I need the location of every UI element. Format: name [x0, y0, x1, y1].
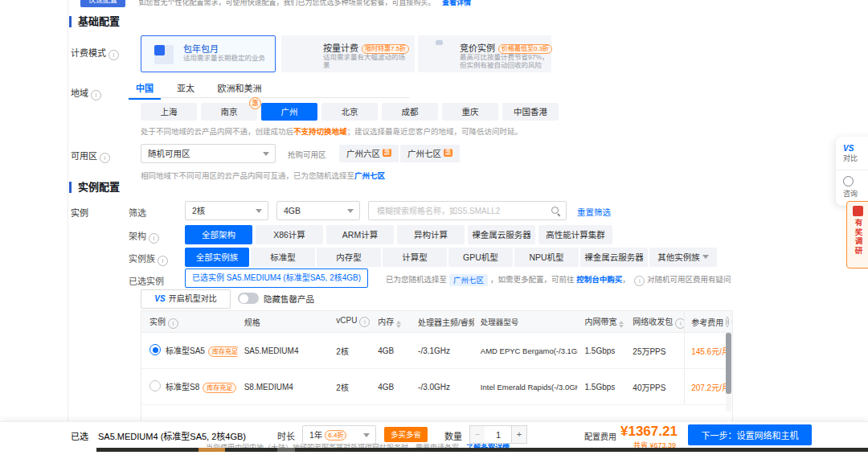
- banner-link[interactable]: 查看详情: [442, 0, 471, 6]
- family-chip-standard[interactable]: 标准型: [251, 248, 315, 267]
- region-chip-chongqing[interactable]: 重庆: [442, 103, 498, 121]
- table-row[interactable]: 标准型S8库存充足 S8.MEDIUM4 2核 4GB -/3.0GHz Int…: [141, 369, 732, 405]
- zone-note-link[interactable]: 广州七区: [354, 171, 385, 180]
- cpu-dropdown[interactable]: 2核: [185, 201, 268, 220]
- row-radio[interactable]: [149, 344, 161, 355]
- col-header-vcpu[interactable]: vCPUi: [330, 316, 371, 327]
- col-header-label: 处理器主频/睿频: [418, 318, 474, 327]
- info-icon[interactable]: i: [100, 153, 110, 163]
- region-chip-nanjing[interactable]: 南京 惠: [201, 103, 257, 121]
- cpu-dropdown-value: 2核: [192, 206, 205, 215]
- col-header-label: 内网带宽: [584, 318, 616, 326]
- family-chip-memory[interactable]: 内存型: [317, 248, 381, 267]
- billing-card-desc: 最高可比按量计费节省97%，但实例有被自动回收的风险: [460, 53, 555, 69]
- compare-models-button[interactable]: VS开启机型对比: [141, 289, 231, 309]
- quantity-input[interactable]: [485, 425, 512, 444]
- stock-badge: 库存充足: [203, 383, 236, 393]
- col-header-frequency[interactable]: 处理器主频/睿频: [411, 316, 474, 328]
- billing-card-spot[interactable]: 竞价实例价格最低至0.3折 最高可比按量计费节省97%，但实例有被自动回收的风险: [418, 35, 551, 72]
- info-icon[interactable]: i: [149, 233, 159, 244]
- col-header-bandwidth[interactable]: 内网带宽: [578, 315, 626, 328]
- arch-chip-hetero[interactable]: 异构计算: [397, 225, 465, 244]
- col-header-instance[interactable]: 实例i: [141, 315, 238, 329]
- info-icon[interactable]: i: [675, 318, 684, 329]
- search-icon[interactable]: [551, 206, 560, 215]
- console-purchase-link[interactable]: 控制台中购买: [576, 275, 622, 284]
- region-chip-guangzhou[interactable]: 广州: [261, 103, 317, 121]
- zone-fee-question[interactable]: 对随机可用区费用有疑问: [647, 275, 731, 284]
- arch-chip-x86[interactable]: X86计算: [256, 225, 323, 244]
- billing-card-desc: 适用需求量长期稳定的业务: [183, 54, 272, 62]
- cell-spec: SA5.MEDIUM4: [238, 346, 330, 355]
- spec-search-input[interactable]: [375, 203, 550, 220]
- region-chip-beijing[interactable]: 北京: [321, 103, 378, 121]
- region-tab-eu-na[interactable]: 欧洲和美洲: [211, 83, 268, 98]
- col-header-spec[interactable]: 规格: [238, 316, 330, 328]
- col-header-pps[interactable]: 网络收发包i: [626, 315, 684, 329]
- sort-icon[interactable]: [731, 318, 732, 326]
- col-header-price[interactable]: 参考费用i: [684, 311, 732, 332]
- zone-dropdown[interactable]: 随机可用区: [141, 144, 276, 163]
- info-icon[interactable]: i: [91, 90, 101, 100]
- region-chip-chengdu[interactable]: 成都: [382, 103, 438, 121]
- info-icon[interactable]: i: [168, 318, 178, 329]
- arch-chip-baremetal[interactable]: 裸金属云服务器: [468, 225, 535, 244]
- arch-chip-arm[interactable]: ARM计算: [326, 225, 394, 244]
- spec-search-box[interactable]: [368, 201, 567, 220]
- family-chip-all[interactable]: 全部实例族: [185, 248, 249, 267]
- memory-dropdown-value: 4GB: [284, 206, 301, 215]
- cell-price: 207.2元/月: [684, 369, 732, 404]
- progress-segment-gray: [277, 448, 295, 452]
- quantity-plus-button[interactable]: +: [511, 425, 527, 444]
- scrollbar-thumb[interactable]: [726, 333, 731, 394]
- info-icon[interactable]: i: [359, 317, 370, 327]
- instance-table: 实例i 规格 vCPUi 内存 处理器主频/睿频 处理器型号 内网带宽 网络收发…: [141, 310, 733, 423]
- sort-icon[interactable]: [396, 321, 401, 328]
- col-header-cpu-model[interactable]: 处理器型号: [474, 316, 579, 327]
- family-chip-npu[interactable]: NPU机型: [514, 248, 579, 267]
- survey-float-banner[interactable]: 有奖调研: [846, 201, 868, 268]
- billing-card-postpaid[interactable]: 按量计费限时特惠7.5折 适用需求量有大幅波动的场景: [281, 35, 415, 72]
- family-chip-baremetal[interactable]: 裸金属云服务器: [580, 248, 648, 267]
- content-left-border: [68, 0, 68, 438]
- quick-config-button[interactable]: 快速配置: [80, 0, 125, 7]
- reset-filter-link[interactable]: 重置筛选: [577, 206, 611, 218]
- selected-zone-chip[interactable]: 广州七区: [449, 274, 488, 286]
- hide-soldout-toggle[interactable]: [238, 293, 259, 304]
- region-tab-apac[interactable]: 亚太: [172, 83, 199, 98]
- next-step-button[interactable]: 下一步：设置网络和主机: [688, 424, 812, 445]
- col-header-label: 网络收发包: [633, 318, 673, 326]
- info-icon[interactable]: i: [108, 50, 119, 60]
- billing-card-prepaid[interactable]: 包年包月 适用需求量长期稳定的业务: [141, 35, 276, 72]
- memory-dropdown[interactable]: 4GB: [276, 201, 360, 220]
- info-icon[interactable]: i: [634, 276, 645, 286]
- selected-instance-box[interactable]: 已选实例 SA5.MEDIUM4 (标准型SA5, 2核4GB): [185, 268, 368, 288]
- chevron-down-icon: [263, 152, 269, 156]
- table-scrollbar[interactable]: [726, 333, 731, 412]
- region-chip-label: 南京: [221, 107, 238, 117]
- zone-chip-guangzhou6[interactable]: 广州六区惠: [339, 145, 399, 162]
- table-row[interactable]: 标准型SA5库存充足 SA5.MEDIUM4 2核 4GB -/3.1GHz A…: [141, 333, 732, 369]
- family-chip-compute[interactable]: 计算型: [383, 248, 447, 267]
- family-chip-other[interactable]: 其他实例族: [649, 248, 717, 267]
- info-icon[interactable]: i: [726, 317, 729, 327]
- arch-chip-all[interactable]: 全部架构: [185, 225, 252, 244]
- side-consult-item[interactable]: 咨询: [836, 170, 868, 199]
- vs-icon: VS: [154, 294, 165, 303]
- headset-icon: [843, 176, 854, 187]
- family-chip-label: 其他实例族: [657, 252, 700, 262]
- zone-chip-guangzhou7[interactable]: 广州七区惠: [400, 145, 460, 162]
- buy-more-save-tag[interactable]: 多买多省: [384, 427, 428, 442]
- col-header-memory[interactable]: 内存: [371, 315, 411, 328]
- region-chip-hongkong[interactable]: 中国香港: [502, 103, 559, 121]
- row-radio[interactable]: [149, 380, 161, 391]
- side-compare-item[interactable]: VS 对比: [836, 137, 868, 163]
- region-chip-shanghai[interactable]: 上海: [141, 103, 197, 121]
- arch-chip-hpc[interactable]: 高性能计算集群: [538, 225, 612, 244]
- quantity-minus-button[interactable]: −: [469, 425, 485, 444]
- promo-badge-icon: 惠: [249, 97, 261, 109]
- family-chip-gpu[interactable]: GPU机型: [448, 248, 513, 267]
- info-icon[interactable]: i: [158, 256, 168, 266]
- cell-memory: 4GB: [371, 346, 411, 355]
- sort-icon[interactable]: [619, 321, 624, 328]
